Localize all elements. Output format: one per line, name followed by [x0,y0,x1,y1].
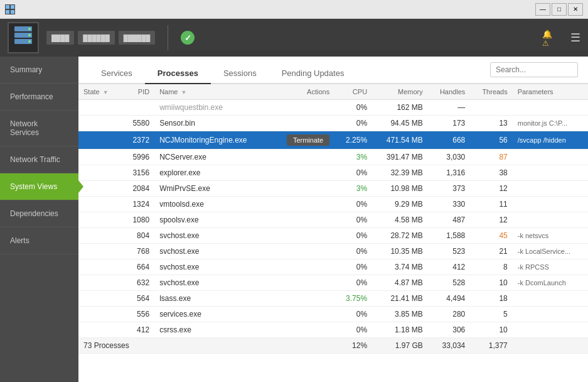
cell-params [513,100,588,116]
cell-params: -k netsvcs [513,228,588,244]
cell-cpu: 2.25% [334,131,372,150]
svg-point-7 [28,28,31,30]
svg-point-8 [28,34,31,36]
cell-handles: 4,494 [428,291,470,307]
sidebar-item-summary[interactable]: Summary [0,57,78,84]
tab-pending-updates[interactable]: Pending Updates [269,63,357,84]
cell-cpu: 0% [334,212,372,228]
cell-params [513,197,588,212]
cell-actions [271,165,334,181]
cell-state [78,291,122,307]
sidebar: Summary Performance Network Services Net… [0,57,78,382]
cell-cpu: 0% [334,275,372,291]
cell-memory: 94.45 MB [372,116,428,131]
alert-row-2: ⚠ [542,39,555,48]
cell-actions[interactable]: Terminate [271,131,334,150]
cell-pid: 5996 [122,150,154,165]
table-row: 768 svchost.exe 0% 10.35 MB 523 21 -k Lo… [78,244,588,259]
cell-actions [271,212,334,228]
tab-services[interactable]: Services [88,63,145,84]
table-row: wmiiwquestbin.exe 0% 162 MB — [78,100,588,116]
alert-bell-icon: 🔔 [542,30,552,39]
cell-name: lsass.exe [154,291,271,307]
cell-name: vmtoolsd.exe [154,197,271,212]
window-controls[interactable]: — □ ✕ [535,3,583,16]
cell-memory: 21.41 MB [372,291,428,307]
cell-handles: — [428,100,470,116]
content-area: Services Processes Sessions Pending Upda… [78,57,588,382]
headerbar: ████ ██████ ██████ ✓ 🔔 ⚠ ☰ [0,19,588,57]
cell-state [78,131,122,150]
warning-icon: ⚠ [542,39,549,48]
svg-rect-0 [6,5,9,9]
cell-memory: 1.18 MB [372,322,428,338]
cell-handles: 280 [428,307,470,322]
cell-pid: 664 [122,259,154,275]
sidebar-item-alerts[interactable]: Alerts [0,227,78,254]
cell-cpu: 0% [334,228,372,244]
cell-handles: 528 [428,275,470,291]
cell-memory: 28.72 MB [372,228,428,244]
cell-state [78,150,122,165]
cell-cpu: 3% [334,150,372,165]
server-icon [8,22,39,53]
col-name[interactable]: Name ▼ [154,84,271,100]
table-row: 412 csrss.exe 0% 1.18 MB 306 10 [78,322,588,338]
status-indicator: ✓ [181,31,198,45]
cell-handles: 1,316 [428,165,470,181]
col-threads: Threads [470,84,512,100]
cell-cpu: 0% [334,165,372,181]
footer-total-threads: 1,377 [470,338,512,354]
sidebar-item-network-services[interactable]: Network Services [0,111,78,146]
cell-state [78,100,122,116]
cell-pid: 2084 [122,181,154,197]
cell-threads: 45 [470,228,512,244]
cell-threads: 12 [470,212,512,228]
cell-threads: 18 [470,291,512,307]
svg-point-9 [28,40,31,43]
cell-name: svchost.exe [154,275,271,291]
cell-name: Sensor.bin [154,116,271,131]
cell-actions [271,100,334,116]
cell-handles: 3,030 [428,150,470,165]
cell-actions [271,291,334,307]
cell-threads: 56 [470,131,512,150]
tab-sessions[interactable]: Sessions [211,63,269,84]
cell-state [78,244,122,259]
col-pid: PID [122,84,154,100]
cell-name: WmiPrvSE.exe [154,181,271,197]
col-state[interactable]: State ▼ [78,84,122,100]
terminate-button[interactable]: Terminate [287,134,329,146]
cell-params [513,212,588,228]
maximize-button[interactable]: □ [552,3,567,16]
cell-handles: 487 [428,212,470,228]
cell-pid: 1080 [122,212,154,228]
server-label-2: ██████ [78,31,115,45]
sidebar-item-dependencies[interactable]: Dependencies [0,200,78,227]
cell-name: NCServer.exe [154,150,271,165]
sidebar-item-network-traffic[interactable]: Network Traffic [0,146,78,173]
cell-state [78,197,122,212]
cell-threads [470,100,512,116]
table-row: 804 svchost.exe 0% 28.72 MB 1,588 45 -k … [78,228,588,244]
cell-name: NCJMonitoringEngine.exe [154,131,271,150]
alerts-area: 🔔 ⚠ [542,28,555,48]
sidebar-item-system-views[interactable]: System Views [0,173,78,200]
footer-total-cpu: 12% [334,338,372,354]
close-button[interactable]: ✕ [568,3,583,16]
alert-row-1: 🔔 [542,30,555,39]
cell-name: csrss.exe [154,322,271,338]
search-input[interactable] [490,62,578,77]
sidebar-item-performance[interactable]: Performance [0,84,78,111]
footer-empty-actions [271,338,334,354]
cell-pid: 5580 [122,116,154,131]
cell-cpu: 0% [334,100,372,116]
hamburger-menu-icon[interactable]: ☰ [570,31,580,45]
cell-params: -k LocalService... [513,244,588,259]
cell-threads: 12 [470,181,512,197]
cell-cpu: 0% [334,322,372,338]
cell-threads: 11 [470,197,512,212]
minimize-button[interactable]: — [535,3,550,16]
tab-processes[interactable]: Processes [145,63,211,84]
cell-handles: 330 [428,197,470,212]
